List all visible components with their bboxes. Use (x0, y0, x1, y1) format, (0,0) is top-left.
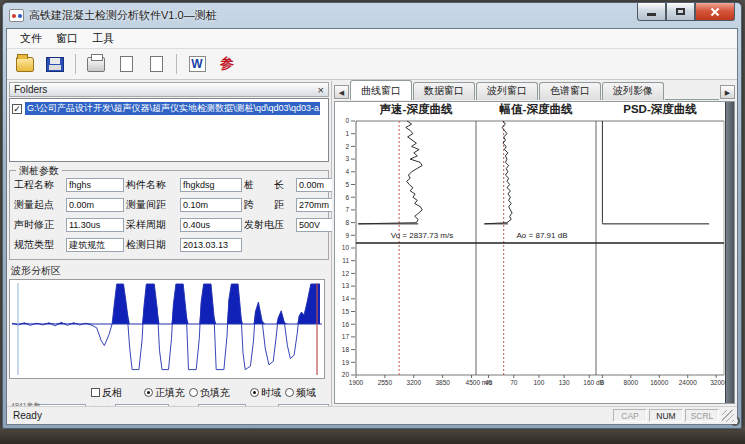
fill-radio-0[interactable]: 正填充 (144, 386, 185, 400)
param-input-0[interactable]: fhghs (66, 178, 124, 192)
param-label-5: 跨 距 (244, 198, 294, 212)
folder-path[interactable]: G:\公司产品设计开发\超声仪器\超声仪实地检测数据\测桩\qd\qd03\qd… (25, 102, 320, 115)
tab-4[interactable]: 波列影像 (602, 82, 664, 100)
param-label-9: 规范类型 (14, 238, 64, 252)
toolbar-separator (176, 54, 177, 74)
chart-0: 声速-深度曲线19002550320038504500 m/sVo = 2837… (349, 103, 493, 386)
desktop: 高铁建混凝土检测分析软件V1.0—测桩 文件窗口工具 W 参 (0, 0, 745, 444)
toolbar-separator (75, 54, 76, 74)
param-input-3[interactable]: 0.00m (66, 198, 124, 212)
parameters-button[interactable]: 参 (214, 52, 240, 76)
svg-text:2550: 2550 (378, 379, 393, 386)
pile-params-group: 测桩参数 工程名称fhghs构件名称fhgkdsg桩 长0.00m测量起点0.0… (9, 170, 329, 260)
param-label-2: 桩 长 (244, 178, 294, 192)
svg-text:3200: 3200 (407, 379, 422, 386)
fill-radio-1[interactable]: 负填充 (189, 386, 230, 400)
curve-tab-page: 01234567891011121314151617181920声速-深度曲线1… (334, 101, 735, 404)
tab-scroll-right-icon[interactable]: ▶ (720, 85, 735, 99)
print-button[interactable] (83, 52, 109, 76)
domain-radio-1[interactable]: 频域 (285, 386, 316, 400)
menu-item-1[interactable]: 窗口 (49, 29, 85, 48)
domain-radio-0[interactable]: 时域 (250, 386, 281, 400)
app-window: 高铁建混凝土检测分析软件V1.0—测桩 文件窗口工具 W 参 (2, 2, 742, 429)
tab-2[interactable]: 波列窗口 (476, 82, 538, 100)
param-input-10[interactable]: 2013.03.13 (180, 238, 242, 252)
svg-text:14: 14 (342, 295, 350, 302)
print-preview-icon (150, 56, 163, 72)
svg-text:70: 70 (510, 379, 518, 386)
param-input-1[interactable]: fhgkdsg (180, 178, 242, 192)
param-input-9[interactable]: 建筑规范 (66, 238, 124, 252)
status-bar: Ready CAPNUMSCRL (7, 406, 737, 424)
radio-icon[interactable] (189, 388, 198, 397)
invert-checkbox-box[interactable] (91, 388, 100, 397)
preview-button[interactable] (143, 52, 169, 76)
status-pane-cap: CAP (613, 409, 647, 422)
svg-text:20: 20 (342, 371, 350, 378)
close-button[interactable] (695, 3, 735, 21)
tab-0[interactable]: 曲线窗口 (350, 80, 412, 100)
toolbar: W 参 (7, 49, 737, 80)
status-pane-num: NUM (649, 409, 683, 422)
waveform-plot[interactable] (9, 279, 325, 379)
folders-header: Folders × (9, 82, 329, 97)
depth-charts-svg[interactable]: 01234567891011121314151617181920声速-深度曲线1… (336, 103, 732, 408)
minimize-button[interactable] (637, 3, 666, 21)
client-area: 文件窗口工具 W 参 Folders × (6, 28, 738, 425)
folders-close-icon[interactable]: × (318, 85, 324, 95)
svg-text:100: 100 (534, 379, 545, 386)
param-input-4[interactable]: 0.10m (180, 198, 242, 212)
folder-checkbox[interactable]: ✓ (12, 104, 22, 114)
word-report-button[interactable]: W (184, 52, 210, 76)
tab-3[interactable]: 色谱窗口 (539, 82, 601, 100)
parameters-icon: 参 (220, 55, 234, 73)
radio-icon[interactable] (250, 388, 259, 397)
param-label-4: 测量间距 (126, 198, 178, 212)
svg-text:4: 4 (345, 168, 349, 175)
word-icon: W (189, 56, 206, 72)
vertical-scrollbar[interactable] (725, 102, 734, 403)
resize-grip[interactable] (722, 410, 734, 422)
svg-text:声速-深度曲线: 声速-深度曲线 (380, 103, 453, 115)
svg-text:6: 6 (345, 194, 349, 201)
svg-text:Vo = 2837.73 m/s: Vo = 2837.73 m/s (391, 231, 454, 240)
export-button[interactable] (113, 52, 139, 76)
open-button[interactable] (12, 52, 38, 76)
svg-text:1: 1 (345, 130, 349, 137)
radio-icon[interactable] (285, 388, 294, 397)
menu-item-2[interactable]: 工具 (85, 29, 121, 48)
param-input-7[interactable]: 0.40us (180, 218, 242, 232)
svg-text:3: 3 (345, 155, 349, 162)
status-text: Ready (10, 410, 611, 421)
svg-text:8: 8 (345, 219, 349, 226)
menu-item-0[interactable]: 文件 (13, 29, 49, 48)
save-icon (46, 57, 64, 72)
left-panel: Folders × ✓ G:\公司产品设计开发\超声仪器\超声仪实地检测数据\测… (7, 81, 332, 406)
tab-scroll-left-icon[interactable]: ◀ (334, 85, 349, 99)
title-bar[interactable]: 高铁建混凝土检测分析软件V1.0—测桩 (3, 3, 741, 28)
svg-text:24000: 24000 (679, 379, 697, 386)
menu-bar: 文件窗口工具 (7, 29, 737, 49)
svg-text:130: 130 (559, 379, 570, 386)
param-label-8: 发射电压 (244, 218, 294, 232)
svg-text:PSD-深度曲线: PSD-深度曲线 (623, 103, 697, 115)
chart-1: 幅值-深度曲线4070100130160 dBAo = 87.91 dB (476, 103, 604, 386)
invert-checkbox[interactable]: 反相 (91, 386, 122, 400)
param-label-1: 构件名称 (126, 178, 178, 192)
svg-text:16: 16 (342, 321, 350, 328)
svg-text:0: 0 (345, 117, 349, 124)
svg-text:2: 2 (345, 143, 349, 150)
save-button[interactable] (42, 52, 68, 76)
svg-text:11: 11 (342, 257, 349, 264)
svg-text:19: 19 (342, 359, 350, 366)
radio-icon[interactable] (144, 388, 153, 397)
tab-1[interactable]: 数据窗口 (413, 82, 475, 100)
maximize-button[interactable] (666, 3, 695, 21)
param-input-6[interactable]: 11.30us (66, 218, 124, 232)
param-label-6: 声时修正 (14, 218, 64, 232)
param-label-7: 采样周期 (126, 218, 178, 232)
desktop-taskbar-strip (0, 430, 745, 444)
folder-list-item[interactable]: ✓ G:\公司产品设计开发\超声仪器\超声仪实地检测数据\测桩\qd\qd03\… (12, 102, 326, 115)
folder-list[interactable]: ✓ G:\公司产品设计开发\超声仪器\超声仪实地检测数据\测桩\qd\qd03\… (9, 98, 329, 162)
tab-spacer (665, 99, 719, 100)
